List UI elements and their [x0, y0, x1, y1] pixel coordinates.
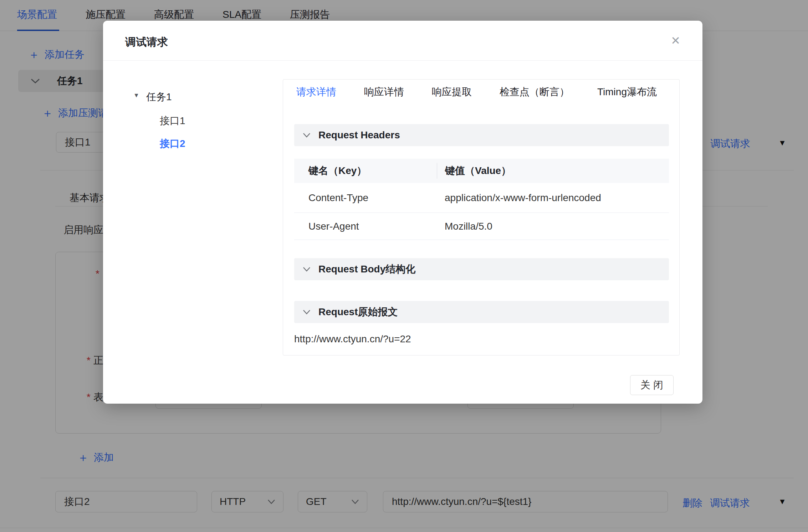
request-headers-section-bar[interactable]: Request Headers [294, 124, 669, 146]
modal-title: 调试请求 [125, 35, 168, 50]
request-body-section-bar[interactable]: Request Body结构化 [294, 258, 669, 280]
detail-panel: 请求详情 响应详情 响应提取 检查点（断言） Timing瀑布流 Request… [283, 79, 680, 355]
header-key: Content-Type [294, 192, 437, 204]
tree-expand-caret-icon[interactable]: ▼ [133, 92, 139, 99]
debug-request-modal: 调试请求 ✕ ▼ 任务1 接口1 接口2 请求详情 响应详情 响应提取 检查点（… [103, 21, 702, 404]
header-key: User-Agent [294, 221, 437, 232]
header-value: Mozilla/5.0 [437, 221, 669, 232]
close-button[interactable]: 关 闭 [630, 375, 674, 395]
header-value: application/x-www-form-urlencoded [437, 192, 669, 204]
chevron-down-icon [303, 133, 311, 138]
tree-item-request1[interactable]: 接口1 [160, 114, 185, 128]
request-headers-title: Request Headers [318, 129, 400, 141]
modal-header: 调试请求 ✕ [103, 21, 702, 61]
request-raw-section-bar[interactable]: Request原始报文 [294, 301, 669, 323]
request-raw-title: Request原始报文 [318, 305, 398, 319]
tree-item-request2[interactable]: 接口2 [160, 137, 185, 150]
tab-request-detail[interactable]: 请求详情 [296, 85, 336, 99]
close-icon[interactable]: ✕ [671, 35, 680, 46]
tab-timing-waterfall[interactable]: Timing瀑布流 [597, 85, 657, 99]
chevron-down-icon [303, 310, 311, 314]
headers-table-header: 键名（Key） 键值（Value） [294, 159, 669, 183]
tab-response-extract[interactable]: 响应提取 [432, 85, 472, 99]
tab-response-detail[interactable]: 响应详情 [364, 85, 404, 99]
header-row-content-type: Content-Type application/x-www-form-urle… [294, 183, 669, 213]
detail-tabs: 请求详情 响应详情 响应提取 检查点（断言） Timing瀑布流 [296, 85, 657, 99]
request-body-title: Request Body结构化 [318, 262, 415, 276]
tab-checkpoint-assert[interactable]: 检查点（断言） [500, 85, 569, 99]
chevron-down-icon [303, 267, 311, 272]
column-key-header: 键名（Key） [294, 164, 437, 178]
tree-task-node[interactable]: 任务1 [146, 90, 172, 104]
column-value-header: 键值（Value） [437, 163, 669, 179]
raw-request-url: http://www.ctyun.cn/?u=22 [294, 333, 411, 345]
header-row-user-agent: User-Agent Mozilla/5.0 [294, 213, 669, 240]
